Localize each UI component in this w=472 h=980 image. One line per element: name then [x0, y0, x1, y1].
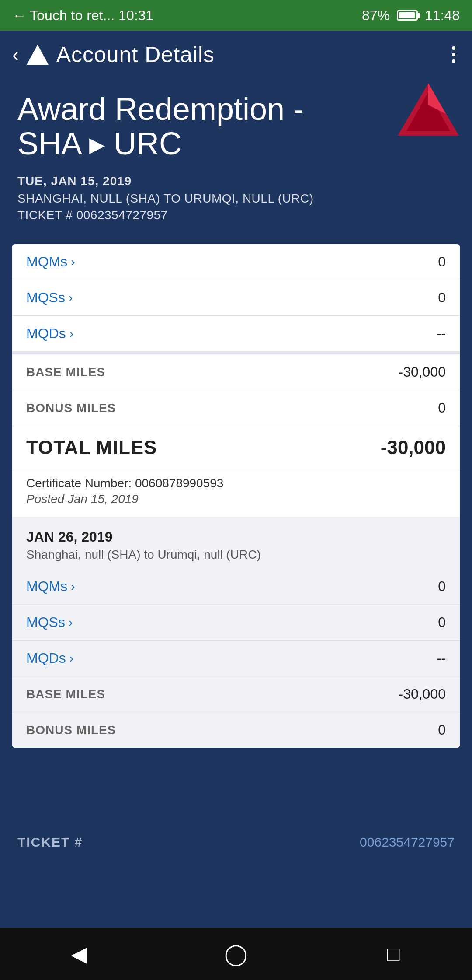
bonus-miles-value: 0	[438, 400, 446, 416]
total-miles-label: TOTAL MILES	[26, 437, 157, 458]
seg2-mqss-value: 0	[438, 614, 446, 630]
status-left-text: ← Touch to ret... 10:31	[12, 7, 153, 24]
seg2-mqms-chevron-icon: ›	[71, 580, 75, 594]
status-right: 87% 11:48	[362, 7, 460, 24]
seg2-mqss-chevron-icon: ›	[69, 616, 73, 630]
more-menu-button[interactable]	[448, 42, 460, 67]
footer-ticket-label: TICKET #	[17, 835, 83, 850]
home-nav-button[interactable]: ◯	[219, 936, 253, 971]
battery-icon	[397, 10, 418, 21]
back-button[interactable]: ‹	[12, 44, 19, 66]
mqms-chevron-icon: ›	[71, 255, 75, 269]
battery-percent: 87%	[362, 7, 390, 24]
mqss-row[interactable]: MQSs › 0	[12, 280, 460, 316]
seg2-bonus-miles-value: 0	[438, 722, 446, 738]
footer-ticket-value: 0062354727957	[360, 835, 455, 850]
bonus-miles-label: BONUS MILES	[26, 401, 116, 415]
base-miles-row: BASE MILES -30,000	[12, 354, 460, 390]
status-left: ← Touch to ret... 10:31	[12, 7, 153, 24]
bottom-nav: ◀ ◯ □	[0, 928, 472, 980]
delta-logo-small	[27, 45, 49, 65]
back-nav-button[interactable]: ◀	[61, 936, 96, 971]
mqds-chevron-icon: ›	[69, 327, 73, 341]
trip-title: Award Redemption - SHA ▸ URC	[17, 92, 367, 161]
seg2-mqms-value: 0	[438, 578, 446, 595]
seg2-mqms-row[interactable]: MQMs › 0	[12, 569, 460, 605]
bonus-miles-row: BONUS MILES 0	[12, 390, 460, 426]
recent-nav-button[interactable]: □	[376, 936, 411, 971]
trip-header: Award Redemption - SHA ▸ URC TUE, JAN 15…	[0, 79, 472, 244]
seg2-mqds-chevron-icon: ›	[69, 651, 73, 665]
seg2-mqss-row[interactable]: MQSs › 0	[12, 605, 460, 640]
mqds-label: MQDs ›	[26, 326, 73, 342]
mqms-row[interactable]: MQMs › 0	[12, 244, 460, 280]
total-miles-value: -30,000	[381, 437, 446, 458]
seg2-mqms-label: MQMs ›	[26, 578, 75, 595]
mqds-row[interactable]: MQDs › --	[12, 316, 460, 352]
base-miles-label: BASE MILES	[26, 365, 105, 379]
mqss-label: MQSs ›	[26, 290, 73, 306]
seg2-base-miles-value: -30,000	[398, 686, 446, 702]
details-card: MQMs › 0 MQSs › 0 MQDs › -- BASE MILES -…	[12, 244, 460, 748]
seg2-mqds-value: --	[437, 650, 446, 666]
status-time: 11:48	[425, 7, 460, 24]
segment2-route: Shanghai, null (SHA) to Urumqi, null (UR…	[26, 548, 446, 562]
mqms-value: 0	[438, 254, 446, 270]
segment2-header: JAN 26, 2019 Shanghai, null (SHA) to Uru…	[12, 517, 460, 569]
trip-route: SHANGHAI, NULL (SHA) TO URUMQI, NULL (UR…	[17, 192, 455, 206]
mqss-value: 0	[438, 290, 446, 306]
mqms-label: MQMs ›	[26, 254, 75, 270]
seg2-base-miles-label: BASE MILES	[26, 687, 105, 701]
seg2-mqss-label: MQSs ›	[26, 614, 73, 630]
page-title: Account Details	[56, 42, 215, 67]
trip-date: TUE, JAN 15, 2019	[17, 174, 455, 188]
mqds-value: --	[437, 326, 446, 342]
footer-ticket: TICKET # 0062354727957	[0, 822, 472, 862]
content-area: MQMs › 0 MQSs › 0 MQDs › -- BASE MILES -…	[0, 244, 472, 822]
mqss-chevron-icon: ›	[69, 291, 73, 305]
seg2-base-miles-row: BASE MILES -30,000	[12, 676, 460, 712]
trip-ticket: TICKET # 0062354727957	[17, 208, 455, 222]
base-miles-value: -30,000	[398, 364, 446, 380]
seg2-mqds-row[interactable]: MQDs › --	[12, 640, 460, 676]
status-bar: ← Touch to ret... 10:31 87% 11:48	[0, 0, 472, 31]
total-miles-row: TOTAL MILES -30,000	[12, 426, 460, 469]
seg2-bonus-miles-row: BONUS MILES 0	[12, 712, 460, 748]
seg2-bonus-miles-label: BONUS MILES	[26, 723, 116, 737]
cert-number: Certificate Number: 0060878990593	[26, 476, 446, 490]
svg-marker-0	[27, 45, 49, 65]
seg2-mqds-label: MQDs ›	[26, 650, 73, 666]
segment2-date: JAN 26, 2019	[26, 529, 446, 545]
spacer	[0, 862, 472, 928]
cert-posted: Posted Jan 15, 2019	[26, 492, 446, 506]
nav-bar: ‹ Account Details	[0, 31, 472, 79]
nav-left: ‹ Account Details	[12, 42, 215, 67]
certificate-area: Certificate Number: 0060878990593 Posted…	[12, 469, 460, 517]
delta-logo	[398, 83, 459, 136]
